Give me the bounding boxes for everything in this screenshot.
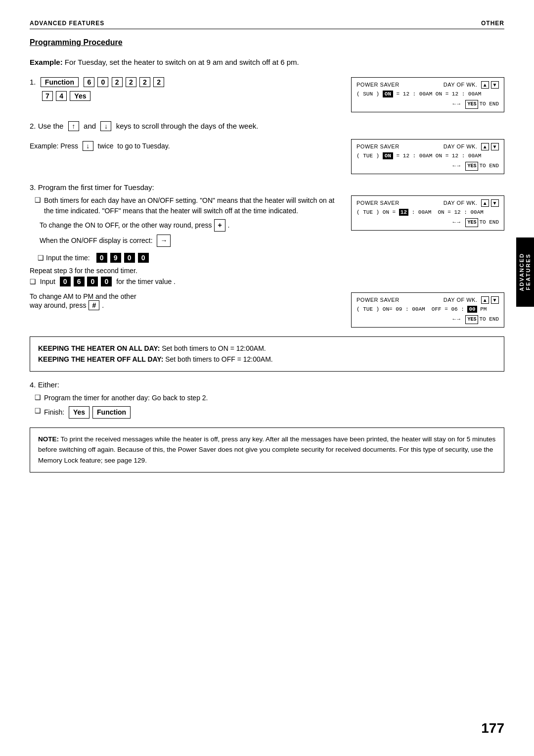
lcd2-yes: YES xyxy=(465,162,478,171)
bullet-4-2-text: Finish: Yes Function xyxy=(44,406,131,419)
header-left: ADVANCED FEATURES xyxy=(30,20,104,27)
step-3-bullet2: To change the ON to OFF, or the other wa… xyxy=(35,219,336,232)
lcd1-yes: YES xyxy=(465,100,478,109)
keeping-line1-bold: KEEPING THE HEATER ON ALL DAY: xyxy=(38,344,160,352)
step-1-left: 1. Function 6 0 2 2 2 2 7 4 Yes xyxy=(30,77,336,101)
lcd2-row3: ← → YES TO END xyxy=(356,162,499,171)
step-1-number: 1. Function 6 0 2 2 2 2 xyxy=(30,77,336,87)
sidebar-tab: ADVANCEDFEATURES xyxy=(516,237,534,307)
key-0-t1: 0 xyxy=(96,253,107,263)
page-number: 177 xyxy=(481,720,504,736)
lcd-display-4: POWER SAVER DAY OF WK. ▲ ▼ ( TUE ) ON= 0… xyxy=(351,292,504,328)
down-arrow-key: ↓ xyxy=(100,121,111,131)
key-2-3: 2 xyxy=(139,77,150,87)
input2-row: ❑ Input 0 6 0 0 for the timer value . xyxy=(30,277,504,286)
lcd2-to-end: TO END xyxy=(479,162,499,171)
step-3: 3. Program the first timer for Tuesday: … xyxy=(30,183,504,328)
right-arrow-key: → xyxy=(157,235,171,247)
change-ampm-text: To change AM to PM and the other way aro… xyxy=(30,292,336,310)
key-2-2: 2 xyxy=(126,77,136,87)
example-line: Example: For Tuesday, set the heater to … xyxy=(30,57,504,68)
lcd2-day-of-wk: DAY OF WK. ▲ ▼ xyxy=(444,142,499,151)
repeat-step3: Repeat step 3 for the second timer. xyxy=(30,267,504,275)
lcd2-row2: ( TUE ) ON = 12 : 00AM ON = 12 : 00AM xyxy=(356,152,499,161)
lcd4-highlight: 00 xyxy=(467,306,477,313)
keeping-line2-text: Set both timers to OFF = 12:00AM. xyxy=(163,355,272,363)
step-2: 2. Use the ↑ and ↓ keys to scroll throug… xyxy=(30,121,504,174)
lcd3-right-arrow: → xyxy=(457,218,460,227)
keeping-line2: KEEPING THE HEATER OFF ALL DAY: Set both… xyxy=(38,354,496,365)
step-2-row: 2. Use the ↑ and ↓ keys to scroll throug… xyxy=(30,121,504,174)
lcd1-row2: ( SUN ) ON = 12 : 00AM ON = 12 : 00AM xyxy=(356,90,499,99)
up-arrow-key: ↑ xyxy=(68,121,79,131)
step-3-lcd4: POWER SAVER DAY OF WK. ▲ ▼ ( TUE ) ON= 0… xyxy=(351,292,504,328)
lcd3-day-of-wk: DAY OF WK. ▲ ▼ xyxy=(444,199,499,208)
lcd4-power-saver: POWER SAVER xyxy=(356,296,400,305)
lcd3-to-end: TO END xyxy=(479,218,499,227)
note-bold: NOTE: xyxy=(38,435,59,443)
key-4: 4 xyxy=(56,91,67,101)
example-text: For Tuesday, set the heater to switch on… xyxy=(63,58,299,66)
lcd-display-2: POWER SAVER DAY OF WK. ▲ ▼ ( TUE ) ON = … xyxy=(351,139,504,174)
step-4: 4. Either: ❑ Program the timer for anoth… xyxy=(30,380,504,419)
lcd1-left-arrow: ← xyxy=(453,100,456,109)
hash-key: # xyxy=(89,300,99,310)
bullet-4-1-char: ❑ xyxy=(35,393,41,401)
input-time-row: ❑ Input the time: 0 9 0 0 xyxy=(38,253,504,263)
bullet-3-char xyxy=(35,235,37,243)
input2-bullet: ❑ xyxy=(30,278,36,285)
header-right: OTHER xyxy=(481,20,504,27)
step-3-lcd: POWER SAVER DAY OF WK. ▲ ▼ ( TUE ) ON = … xyxy=(351,195,504,231)
step-4-heading: 4. Either: xyxy=(30,380,504,389)
step-3-bullet3: When the ON/OFF display is correct: → xyxy=(35,235,336,247)
bullet-4-2-char: ❑ xyxy=(35,407,41,415)
lcd3-row1: POWER SAVER DAY OF WK. ▲ ▼ xyxy=(356,199,499,208)
step-1-num-label: 1. xyxy=(30,78,38,86)
function-key-finish: Function xyxy=(92,406,131,419)
section-title: Programming Procedure xyxy=(30,38,504,47)
yes-key-1: Yes xyxy=(70,91,90,101)
step-3-left: ❑ Both timers for each day have an ON/OF… xyxy=(30,195,336,250)
lcd2-row1: POWER SAVER DAY OF WK. ▲ ▼ xyxy=(356,142,499,151)
step-3-heading: 3. Program the first timer for Tuesday: xyxy=(30,183,504,191)
key-0-t4: 0 xyxy=(60,277,71,286)
key-2-1: 2 xyxy=(112,77,123,87)
key-7: 7 xyxy=(42,91,53,101)
key-0-t2: 0 xyxy=(124,253,135,263)
step-3-bullet1: ❑ Both timers for each day have an ON/OF… xyxy=(35,195,336,216)
bullet-1-text: Both timers for each day have an ON/OFF … xyxy=(44,195,336,216)
lcd1-power-saver: POWER SAVER xyxy=(356,81,400,90)
key-0-t6: 0 xyxy=(101,277,112,286)
lcd1-to-end: TO END xyxy=(479,100,499,109)
lcd1-right-arrow: → xyxy=(457,100,460,109)
lcd4-left-arrow: ← xyxy=(453,315,456,324)
lcd4-row1: POWER SAVER DAY OF WK. ▲ ▼ xyxy=(356,296,499,305)
note-box: NOTE: To print the received messages whi… xyxy=(30,427,504,472)
bullet-3-text: When the ON/OFF display is correct: → xyxy=(40,235,172,247)
input-time-label: Input the time: xyxy=(46,254,90,262)
key-2-4: 2 xyxy=(153,77,164,87)
lcd4-yes: YES xyxy=(465,315,478,324)
page-header: ADVANCED FEATURES OTHER xyxy=(30,20,504,29)
lcd2-right-arrow: → xyxy=(457,162,460,171)
keeping-line1-text: Set both timers to ON = 12:00AM. xyxy=(160,344,266,352)
lcd2-power-saver: POWER SAVER xyxy=(356,142,400,151)
input-bullet: ❑ xyxy=(38,254,44,262)
lcd4-day-of-wk: DAY OF WK. ▲ ▼ xyxy=(444,296,499,305)
key-0-1: 0 xyxy=(97,77,108,87)
key-6: 6 xyxy=(84,77,94,87)
lcd1-row3: ← → YES TO END xyxy=(356,100,499,109)
step-1-lcd: POWER SAVER DAY OF WK. ▲ ▼ ( SUN ) ON = … xyxy=(351,77,504,112)
lcd3-highlight: 12 xyxy=(399,209,408,216)
lcd1-row1: POWER SAVER DAY OF WK. ▲ ▼ xyxy=(356,81,499,90)
lcd2-left-arrow: ← xyxy=(453,162,456,171)
step-1: 1. Function 6 0 2 2 2 2 7 4 Yes xyxy=(30,77,504,112)
yes-key-finish: Yes xyxy=(69,406,89,419)
example-bold: Example: xyxy=(30,58,63,66)
lcd4-to-end: TO END xyxy=(479,315,499,324)
key-9-t1: 9 xyxy=(110,253,121,263)
lcd1-day-of-wk: DAY OF WK. ▲ ▼ xyxy=(444,81,499,90)
function-key-1: Function xyxy=(41,77,79,87)
lcd3-row3: ← → YES TO END xyxy=(356,218,499,227)
lcd3-row2: ( TUE ) ON = 12 : 00AM ON = 12 : 00AM xyxy=(356,208,499,217)
